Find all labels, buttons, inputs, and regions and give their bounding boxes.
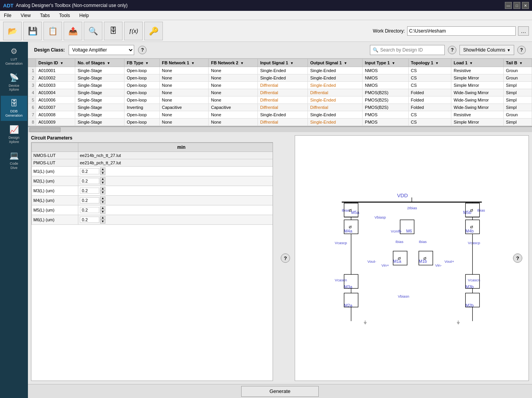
design-table-container[interactable]: Design ID ▼ No. of Stages ▼ FB Type ▼ FB…	[28, 59, 532, 127]
param-min-down-4[interactable]: ▼	[100, 210, 105, 214]
table-row[interactable]: 6 A010007 Single-Stage Inverting Capacit…	[28, 104, 532, 111]
title-bar-controls[interactable]: — □ ✕	[505, 2, 529, 9]
param-min-up-0[interactable]: ▲	[100, 167, 105, 171]
diagram-help-button[interactable]: ?	[510, 253, 525, 263]
table-row[interactable]: 4 A010004 Single-Stage Open-loop None No…	[28, 89, 532, 96]
param-min-input-0[interactable]	[80, 168, 99, 174]
param-min-down-3[interactable]: ▼	[100, 200, 105, 204]
save-button[interactable]: 💾	[23, 22, 42, 40]
col-load1[interactable]: Load 1 ▼	[451, 59, 504, 67]
sidebar-item-device-xplore[interactable]: 📡 DeviceXplore	[1, 70, 27, 95]
circuit-help-button[interactable]: ?	[281, 253, 290, 263]
search-icon: 🔍	[373, 47, 378, 53]
param-min-up-5[interactable]: ▲	[100, 216, 105, 220]
param-min-down-1[interactable]: ▼	[100, 181, 105, 185]
table-row[interactable]: 1 A010001 Single-Stage Open-loop None No…	[28, 67, 532, 74]
design-xplore-label: DesignXplore	[9, 136, 19, 144]
open-button[interactable]: 📂	[3, 22, 22, 40]
menu-view[interactable]: View	[18, 12, 33, 19]
param-min-cell-1[interactable]: ▲ ▼	[78, 176, 273, 186]
work-dir-browse-button[interactable]: …	[518, 26, 529, 36]
col-fb-type[interactable]: FB Type ▼	[124, 59, 159, 67]
param-min-cell-2[interactable]: ▲ ▼	[78, 186, 273, 196]
key-button[interactable]: 🔑	[144, 22, 163, 40]
maximize-button[interactable]: □	[513, 2, 520, 9]
export-button[interactable]: 📤	[64, 22, 82, 40]
design-table: Design ID ▼ No. of Stages ▼ FB Type ▼ FB…	[28, 59, 532, 126]
table-row[interactable]: 5 A010006 Single-Stage Open-loop None No…	[28, 96, 532, 104]
work-dir-input[interactable]	[407, 26, 516, 36]
content-area: Design Class: Voltage Amplifier Current …	[28, 42, 532, 398]
param-min-input-5[interactable]	[80, 217, 99, 223]
col-tail-b[interactable]: Tail B ▼	[503, 59, 532, 67]
filter-help-button[interactable]: ?	[138, 46, 147, 54]
col-topology1[interactable]: Topology 1 ▼	[408, 59, 451, 67]
param-min-input-4[interactable]	[80, 207, 99, 213]
search-help-button[interactable]: ?	[448, 46, 456, 54]
sidebar-item-lut-generation[interactable]: ⚙ LUTGeneration	[1, 43, 27, 69]
sidebar-item-code-dive[interactable]: 💻 CodeDive	[1, 148, 27, 173]
col-input-type1[interactable]: Input Type 1 ▼	[363, 59, 408, 67]
database-button[interactable]: 🗄	[104, 22, 123, 40]
param-min-down-0[interactable]: ▼	[100, 171, 105, 175]
menu-tools[interactable]: Tools	[57, 12, 73, 19]
menu-tabs[interactable]: Tabs	[38, 12, 52, 19]
col-fb-net1[interactable]: FB Network 1 ▼	[159, 59, 209, 67]
menu-help[interactable]: Help	[77, 12, 92, 19]
cell-tail-b: Simpl	[503, 96, 532, 104]
table-row[interactable]: 7 A010008 Single-Stage Open-loop None No…	[28, 111, 532, 119]
param-min-down-2[interactable]: ▼	[100, 191, 105, 195]
params-table: min max NMOS-LUT ee214b_nch_tt_27.lut ▼	[31, 143, 273, 225]
params-table-container[interactable]: min max NMOS-LUT ee214b_nch_tt_27.lut ▼	[31, 142, 273, 381]
generate-button[interactable]: Generate	[241, 386, 319, 397]
import-button[interactable]: 📋	[43, 22, 62, 40]
table-row[interactable]: 2 A010002 Single-Stage Open-loop None No…	[28, 74, 532, 82]
table-row[interactable]: 3 A010003 Single-Stage Open-loop None No…	[28, 82, 532, 89]
function-button[interactable]: ƒ(x)	[124, 22, 143, 40]
param-min-spinner-3[interactable]: ▲ ▼	[80, 196, 273, 204]
param-row: M4(L) (um) ▲ ▼ ▲ ▼	[32, 196, 273, 205]
param-min-up-4[interactable]: ▲	[100, 206, 105, 210]
circuit-svg: VDD ⏚ ⏚ M5a M5b Ibias Ibias 2Ibias Vbias…	[295, 136, 529, 381]
col-fb-net2[interactable]: FB Network 2 ▼	[209, 59, 258, 67]
col-input-sig1[interactable]: Input Signal 1 ▼	[257, 59, 307, 67]
cell-load1: Resistive	[451, 67, 504, 74]
param-min-cell-4[interactable]: ▲ ▼	[78, 205, 273, 215]
sidebar-item-ddb-generation[interactable]: 🗄 DDBGeneration	[1, 96, 27, 121]
param-min-input-1[interactable]	[80, 178, 99, 184]
param-min-cell-5[interactable]: ▲ ▼	[78, 215, 273, 225]
col-output-sig1[interactable]: Output Signal 1 ▼	[308, 59, 363, 67]
col-stages[interactable]: No. of Stages ▼	[75, 59, 124, 67]
param-min-cell-3[interactable]: ▲ ▼	[78, 196, 273, 205]
param-min-spinner-5[interactable]: ▲ ▼	[80, 216, 273, 224]
show-hide-help-button[interactable]: ?	[517, 46, 526, 54]
close-button[interactable]: ✕	[522, 2, 529, 9]
param-min-up-3[interactable]: ▲	[100, 196, 105, 200]
param-min-spinner-2[interactable]: ▲ ▼	[80, 187, 273, 195]
filter-bar: Design Class: Voltage Amplifier Current …	[28, 42, 532, 59]
scroll-thumb[interactable]	[29, 127, 60, 132]
param-min-cell-0[interactable]: ▲ ▼	[78, 167, 273, 176]
svg-text:Vcascp: Vcascp	[468, 241, 480, 245]
param-min-up-1[interactable]: ▲	[100, 177, 105, 181]
sidebar-item-design-xplore[interactable]: 📈 DesignXplore	[1, 122, 27, 147]
minimize-button[interactable]: —	[505, 2, 512, 9]
search-button[interactable]: 🔍	[84, 22, 102, 40]
col-design-id[interactable]: Design ID ▼	[36, 59, 75, 67]
svg-text:Vcascn: Vcascn	[468, 278, 480, 282]
param-min-down-5[interactable]: ▼	[100, 220, 105, 224]
horizontal-scrollbar[interactable]	[28, 127, 532, 132]
param-min-spinner-0[interactable]: ▲ ▼	[80, 167, 273, 175]
param-min-up-2[interactable]: ▲	[100, 187, 105, 191]
param-min-spinner-4[interactable]: ▲ ▼	[80, 206, 273, 214]
menu-file[interactable]: File	[2, 12, 14, 19]
param-min-spin-btns-5: ▲ ▼	[100, 216, 105, 224]
param-min-input-3[interactable]	[80, 197, 99, 203]
param-min-input-2[interactable]	[80, 188, 99, 194]
table-row[interactable]: 8 A010009 Single-Stage Open-loop None No…	[28, 119, 532, 126]
search-input[interactable]	[380, 47, 442, 53]
design-class-select[interactable]: Voltage Amplifier Current Amplifier Tran…	[69, 45, 134, 55]
cell-fb-net1: None	[159, 67, 209, 74]
param-min-spinner-1[interactable]: ▲ ▼	[80, 177, 273, 185]
show-hide-columns-button[interactable]: Show/Hide Columns ▼	[459, 45, 514, 55]
